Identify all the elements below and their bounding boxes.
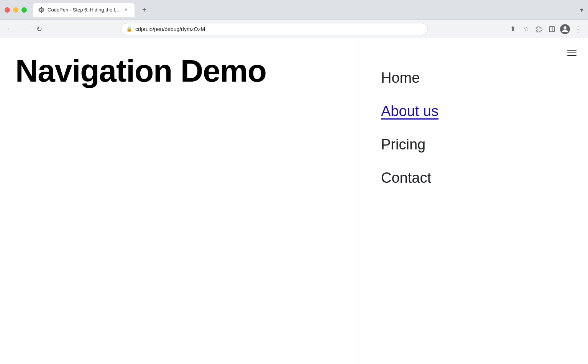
profile-avatar — [560, 24, 570, 34]
hamburger-line-3 — [567, 55, 577, 56]
address-bar-row: ← → ↻ 🔒 cdpn.io/pen/debug/dymzOzM ⬆ ☆ — [0, 20, 588, 38]
bookmark-button[interactable]: ☆ — [520, 23, 532, 35]
profile-button[interactable] — [559, 23, 571, 35]
puzzle-icon — [535, 26, 542, 33]
url-display: cdpn.io/pen/debug/dymzOzM — [135, 26, 423, 32]
tab-close-button[interactable]: ✕ — [123, 7, 129, 13]
more-options-button[interactable]: ⋮ — [572, 23, 584, 35]
hamburger-line-1 — [567, 50, 577, 51]
tab-bar-right: ▾ — [580, 6, 583, 14]
maximize-window-button[interactable] — [21, 7, 27, 13]
traffic-lights — [5, 7, 27, 13]
nav-item-pricing[interactable]: Pricing — [381, 128, 565, 161]
content-area: Navigation Demo — [0, 38, 358, 364]
codepen-favicon — [38, 7, 44, 13]
address-bar[interactable]: 🔒 cdpn.io/pen/debug/dymzOzM — [121, 23, 428, 35]
extensions-button[interactable] — [533, 23, 545, 35]
browser-frame: CodePen - Step 6: Hiding the l… ✕ + ▾ ← … — [0, 0, 588, 364]
page-heading: Navigation Demo — [15, 54, 266, 88]
split-view-button[interactable] — [546, 23, 558, 35]
nav-item-about-us[interactable]: About us — [381, 95, 565, 128]
forward-button[interactable]: → — [18, 23, 31, 35]
reload-button[interactable]: ↻ — [33, 23, 45, 35]
tab-strip-chevron-icon[interactable]: ▾ — [580, 6, 583, 14]
nav-list: HomeAbout usPricingContact — [381, 61, 565, 195]
svg-point-10 — [563, 26, 566, 29]
split-icon — [549, 26, 555, 33]
nav-item-home[interactable]: Home — [381, 61, 565, 95]
tab-bar: CodePen - Step 6: Hiding the l… ✕ + ▾ — [0, 0, 588, 20]
webpage-content: Navigation Demo HomeAbout usPricingConta… — [0, 38, 588, 364]
security-lock-icon: 🔒 — [126, 26, 132, 32]
new-tab-button[interactable]: + — [139, 5, 150, 15]
svg-rect-8 — [549, 26, 555, 32]
nav-panel: HomeAbout usPricingContact — [358, 38, 588, 364]
share-button[interactable]: ⬆ — [507, 23, 519, 35]
close-window-button[interactable] — [5, 7, 10, 13]
hamburger-menu-button[interactable] — [567, 50, 577, 56]
toolbar-actions: ⬆ ☆ ⋮ — [507, 23, 584, 35]
minimize-window-button[interactable] — [13, 7, 18, 13]
hamburger-line-2 — [567, 52, 577, 53]
active-tab[interactable]: CodePen - Step 6: Hiding the l… ✕ — [33, 3, 135, 17]
back-button[interactable]: ← — [4, 23, 16, 35]
tab-title-text: CodePen - Step 6: Hiding the l… — [48, 7, 120, 13]
nav-item-contact[interactable]: Contact — [381, 161, 565, 195]
